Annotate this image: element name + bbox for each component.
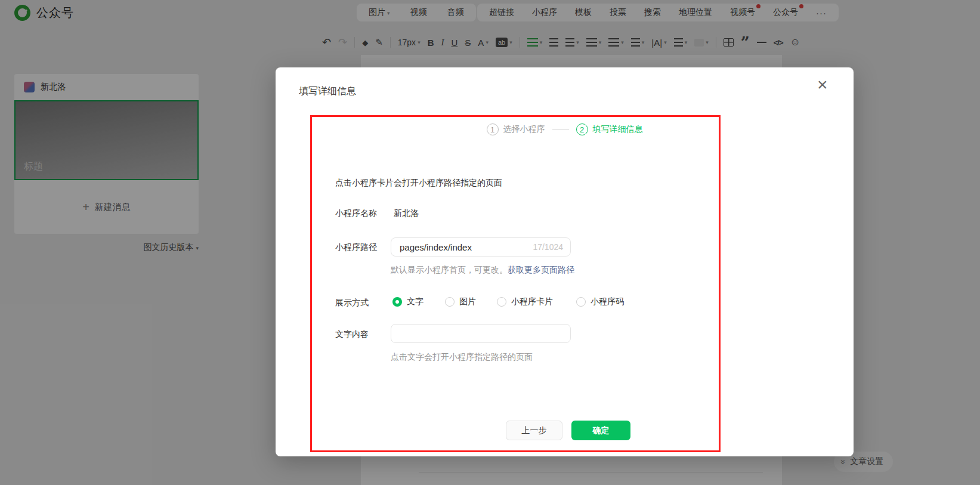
radio-miniprogram-card[interactable]: 小程序卡片	[497, 296, 553, 307]
radio-text[interactable]: 文字	[392, 296, 423, 307]
more-paths-link[interactable]: 获取更多页面路径	[508, 265, 574, 274]
modal-description: 点击小程序卡片会打开小程序路径指定的页面	[335, 178, 502, 189]
step-fill-details: 2 填写详细信息	[576, 123, 643, 135]
miniprogram-path-label: 小程序路径	[335, 242, 377, 253]
miniprogram-path-input[interactable]	[391, 242, 533, 252]
radio-unselected-icon	[445, 297, 455, 307]
miniprogram-name-value: 新北洛	[394, 208, 419, 219]
confirm-button[interactable]: 确定	[571, 421, 630, 440]
step-2-circle: 2	[576, 123, 588, 135]
step-indicator: 1 选择小程序 2 填写详细信息	[276, 123, 854, 135]
step-select-miniprogram: 1 选择小程序	[487, 123, 545, 135]
close-icon[interactable]: ×	[817, 76, 828, 94]
text-content-input[interactable]	[391, 329, 570, 339]
radio-unselected-icon	[497, 297, 506, 307]
modal-title: 填写详细信息	[299, 85, 356, 98]
step-1-circle: 1	[487, 123, 499, 135]
page: 公众号 图片▾ 视频 音频 超链接 小程序 模板 投票 搜索 地理位置 视频号 …	[0, 0, 980, 485]
path-hint: 默认显示小程序首页，可更改。获取更多页面路径	[391, 265, 574, 276]
step-connector	[552, 129, 569, 130]
char-counter: 17/1024	[533, 242, 570, 252]
radio-image[interactable]: 图片	[445, 296, 476, 307]
annotation-rectangle	[310, 115, 721, 452]
radio-miniprogram-code[interactable]: 小程序码	[576, 296, 624, 307]
previous-step-button[interactable]: 上一步	[506, 421, 562, 440]
radio-selected-icon	[392, 297, 402, 307]
display-mode-label: 展示方式	[335, 298, 369, 308]
text-content-label: 文字内容	[335, 329, 369, 340]
miniprogram-path-field: 17/1024	[391, 237, 571, 257]
radio-unselected-icon	[576, 297, 586, 307]
text-content-field	[391, 324, 571, 343]
text-hint: 点击文字会打开小程序指定路径的页面	[391, 352, 533, 363]
miniprogram-detail-modal: 填写详细信息 × 1 选择小程序 2 填写详细信息 点击小程序卡片会打开小程序路…	[276, 67, 854, 456]
miniprogram-name-label: 小程序名称	[335, 208, 377, 219]
